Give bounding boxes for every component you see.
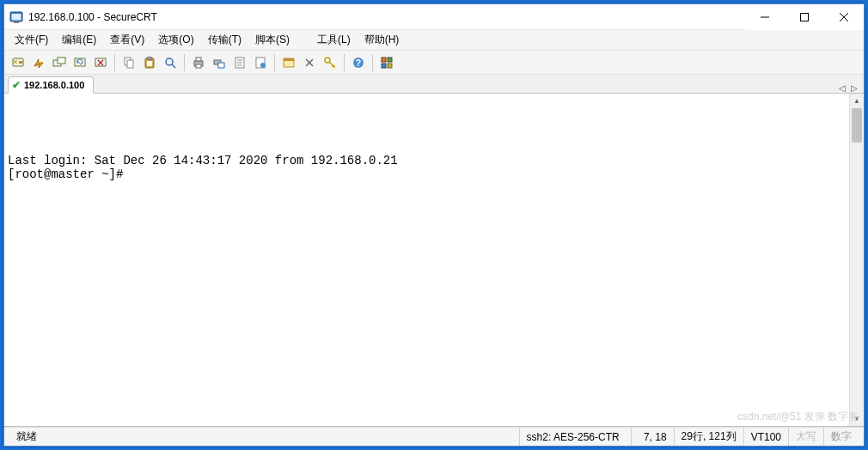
reconnect-icon[interactable] [70, 53, 89, 72]
toolbar: ? [4, 51, 864, 75]
menu-transfer[interactable]: 传输(T) [201, 30, 248, 50]
svg-rect-1 [12, 14, 21, 21]
connect-icon[interactable] [9, 53, 28, 72]
disconnect-icon[interactable] [91, 53, 110, 72]
svg-rect-39 [382, 64, 386, 68]
close-button[interactable] [824, 4, 864, 30]
svg-rect-37 [382, 58, 386, 62]
tab-next-icon[interactable]: ▷ [848, 83, 860, 93]
svg-rect-32 [284, 58, 294, 61]
maximize-button[interactable] [785, 4, 824, 30]
terminal-area: Last login: Sat Dec 26 14:43:17 2020 fro… [4, 94, 864, 427]
status-term: VT100 [744, 428, 789, 446]
app-icon [9, 10, 23, 24]
svg-text:?: ? [356, 58, 361, 68]
svg-point-33 [308, 61, 311, 64]
status-ready: 就绪 [9, 428, 520, 446]
svg-rect-8 [19, 61, 22, 64]
titlebar: 192.168.0.100 - SecureCRT [4, 4, 864, 30]
svg-rect-17 [147, 61, 152, 66]
menu-file[interactable]: 文件(F) [8, 30, 55, 50]
tabstrip: ✔ 192.168.0.100 ◁ ▷ [4, 75, 864, 94]
svg-rect-22 [196, 64, 201, 68]
status-size: 29行, 121列 [675, 428, 744, 446]
terminal[interactable]: Last login: Sat Dec 26 14:43:17 2020 fro… [4, 94, 849, 426]
properties-icon[interactable] [230, 53, 249, 72]
paste-icon[interactable] [140, 53, 159, 72]
menu-edit[interactable]: 编辑(E) [55, 30, 103, 50]
tab-label: 192.168.0.100 [24, 80, 84, 90]
menu-tools[interactable]: 工具(L) [310, 30, 358, 50]
terminal-line: Last login: Sat Dec 26 14:43:17 2020 fro… [8, 154, 398, 167]
connected-check-icon: ✔ [12, 79, 21, 91]
print-screen-icon[interactable] [210, 53, 229, 72]
session-options-icon[interactable] [279, 53, 298, 72]
menu-help[interactable]: 帮助(H) [358, 30, 406, 50]
svg-rect-16 [147, 57, 152, 59]
terminal-prompt: [root@master ~]# [8, 167, 123, 181]
statusbar: 就绪 ssh2: AES-256-CTR 7, 18 29行, 121列 VT1… [4, 427, 864, 446]
svg-rect-24 [218, 63, 224, 68]
global-options-icon[interactable] [300, 53, 319, 72]
window-title: 192.168.0.100 - SecureCRT [28, 11, 157, 23]
tab-prev-icon[interactable]: ◁ [836, 83, 848, 93]
svg-rect-4 [801, 13, 809, 21]
svg-rect-10 [58, 58, 65, 64]
menu-script[interactable]: 脚本(S) [248, 30, 296, 50]
status-cipher: ssh2: AES-256-CTR [520, 428, 632, 446]
session-tab[interactable]: ✔ 192.168.0.100 [8, 76, 94, 94]
status-caps: 大写 [789, 428, 824, 446]
svg-rect-14 [127, 60, 133, 68]
find-icon[interactable] [161, 53, 180, 72]
svg-line-19 [172, 64, 175, 68]
scroll-thumb[interactable] [852, 108, 862, 143]
svg-rect-2 [14, 21, 19, 23]
key-icon[interactable] [321, 53, 339, 72]
tile-icon[interactable] [377, 53, 396, 72]
minimize-button[interactable] [745, 4, 785, 30]
status-cursor: 7, 18 [632, 428, 675, 446]
svg-point-18 [166, 58, 173, 65]
log-icon[interactable] [251, 53, 270, 72]
svg-rect-40 [388, 64, 392, 68]
svg-rect-38 [388, 58, 392, 62]
scroll-down-icon[interactable]: ▼ [850, 411, 864, 426]
connect-tab-icon[interactable] [50, 53, 69, 72]
copy-icon[interactable] [119, 53, 138, 72]
menu-view[interactable]: 查看(V) [103, 30, 151, 50]
svg-point-30 [260, 63, 266, 68]
scroll-up-icon[interactable]: ▲ [850, 94, 864, 108]
svg-rect-21 [196, 58, 201, 61]
vertical-scrollbar[interactable]: ▲ ▼ [849, 94, 864, 426]
quick-connect-icon[interactable] [29, 53, 48, 72]
help-icon[interactable]: ? [349, 53, 368, 72]
print-icon[interactable] [189, 53, 208, 72]
menubar: 文件(F) 编辑(E) 查看(V) 选项(O) 传输(T) 脚本(S) 工具(L… [4, 30, 864, 51]
menu-options[interactable]: 选项(O) [151, 30, 200, 50]
app-window: 192.168.0.100 - SecureCRT 文件(F) 编辑(E) 查看… [3, 3, 865, 447]
status-num: 数字 [824, 428, 859, 446]
